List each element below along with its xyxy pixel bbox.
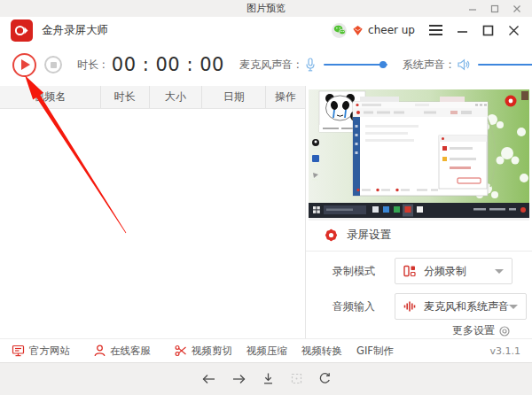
audio-input-dropdown[interactable]: 麦克风和系统声音: [395, 293, 527, 320]
app-main: 视频名 时长 大小 日期 操作: [0, 86, 532, 338]
stop-icon: [51, 62, 57, 68]
app-minimize-icon[interactable]: [457, 25, 468, 36]
desktop-preview-image: [309, 89, 529, 221]
duration-label: 时长 :: [77, 58, 106, 73]
column-header-name: 视频名: [0, 86, 101, 108]
viewer-close-icon[interactable]: [512, 4, 521, 13]
record-toolbar: 时长 : 00 : 00 : 00 麦克风声音 : 系统声音 :: [0, 43, 532, 86]
viewer-toolbar: [0, 362, 532, 394]
menu-icon[interactable]: [429, 25, 442, 35]
column-header-duration: 时长: [101, 86, 150, 108]
duration-value: 00 : 00 : 00: [112, 54, 224, 75]
person-icon: [94, 345, 106, 357]
microphone-icon: [305, 58, 316, 72]
video-cut-link[interactable]: 视频剪切: [175, 345, 232, 358]
video-convert-link[interactable]: 视频转换: [301, 345, 342, 358]
monitor-icon: [12, 345, 25, 357]
column-header-date: 日期: [202, 86, 266, 108]
system-volume-slider[interactable]: [478, 64, 532, 66]
fit-to-screen-button[interactable]: [290, 372, 303, 385]
record-mode-row: 录制模式 分频录制: [306, 258, 532, 284]
chevron-down-icon: [495, 269, 504, 274]
settings-title: 录屏设置: [347, 228, 391, 243]
screen-recorder-app-window: 金舟录屏大师 cheer up: [0, 17, 532, 362]
scissors-icon: [175, 345, 187, 357]
column-header-size: 大小: [150, 86, 203, 108]
speaker-icon: [458, 58, 470, 71]
app-footer: 官方网站 在线客服 视频剪切 视频压缩 视频转换 GIF制作 v3.1.1: [0, 338, 532, 362]
download-button[interactable]: [262, 372, 275, 385]
footer-item-label: 视频剪切: [192, 345, 232, 358]
settings-header: 录屏设置: [324, 228, 391, 243]
app-close-icon[interactable]: [508, 25, 520, 36]
settings-divider: [306, 251, 532, 252]
footer-item-label: 视频压缩: [246, 345, 287, 358]
wechat-icon[interactable]: [332, 23, 347, 38]
gif-maker-link[interactable]: GIF制作: [356, 345, 394, 358]
mic-volume-label: 麦克风声音 :: [239, 58, 300, 73]
account-name[interactable]: cheer up: [368, 24, 415, 36]
record-mode-icon: [403, 265, 416, 277]
more-settings-label: 更多设置: [452, 323, 495, 338]
more-settings-gear-icon: [498, 325, 511, 337]
record-mode-dropdown[interactable]: 分频录制: [395, 258, 512, 284]
viewer-window-controls: [468, 4, 532, 13]
footer-item-label: 视频转换: [301, 345, 342, 358]
gear-icon: [324, 228, 339, 243]
chevron-down-icon: [509, 305, 518, 309]
record-stop-button[interactable]: [44, 56, 62, 74]
version-label: v3.1.1: [490, 345, 521, 357]
official-website-link[interactable]: 官方网站: [12, 345, 70, 358]
previous-image-button[interactable]: [201, 373, 216, 385]
mic-volume-slider-thumb[interactable]: [379, 61, 387, 68]
viewer-maximize-icon[interactable]: [490, 4, 499, 13]
next-image-button[interactable]: [231, 373, 246, 385]
footer-item-label: GIF制作: [356, 345, 394, 358]
more-settings-button[interactable]: 更多设置: [452, 323, 511, 338]
video-table-header: 视频名 时长 大小 日期 操作: [0, 86, 305, 109]
viewer-minimize-icon[interactable]: [468, 4, 477, 13]
play-icon: [21, 59, 30, 70]
app-titlebar: 金舟录屏大师 cheer up: [0, 17, 532, 43]
audio-input-row: 音频输入 麦克风和系统声音: [306, 293, 532, 320]
footer-item-label: 在线客服: [110, 345, 151, 358]
mic-volume-slider[interactable]: [324, 64, 387, 66]
settings-panel: 录屏设置 录制模式 分频录制: [306, 86, 532, 338]
audio-input-label: 音频输入: [332, 299, 382, 314]
video-compress-link[interactable]: 视频压缩: [246, 345, 287, 358]
app-maximize-icon[interactable]: [482, 25, 494, 36]
footer-item-label: 官方网站: [29, 345, 70, 358]
video-list-empty: [0, 109, 305, 338]
audio-input-value: 麦克风和系统声音: [424, 299, 509, 314]
system-volume-label: 系统声音 :: [403, 58, 452, 73]
column-header-actions: 操作: [266, 86, 305, 108]
viewer-title: 图片预览: [0, 0, 532, 17]
rotate-button[interactable]: [318, 372, 332, 385]
app-logo-icon: [11, 19, 33, 42]
record-mode-label: 录制模式: [332, 264, 382, 279]
app-titlebar-right: cheer up: [332, 23, 521, 38]
app-title: 金舟录屏大师: [42, 23, 108, 38]
record-play-button[interactable]: [12, 53, 36, 77]
viewer-titlebar: 图片预览: [0, 0, 532, 17]
vip-gem-icon[interactable]: [352, 25, 364, 36]
audio-wave-icon: [403, 300, 416, 313]
record-mode-value: 分频录制: [424, 264, 466, 279]
online-support-link[interactable]: 在线客服: [94, 345, 151, 358]
video-list-section: 视频名 时长 大小 日期 操作: [0, 86, 306, 338]
